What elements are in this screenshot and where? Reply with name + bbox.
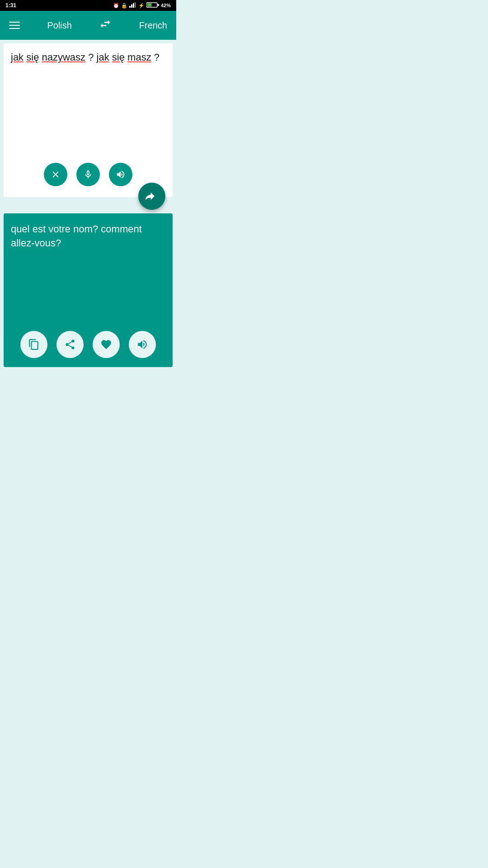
word-jak2: jak <box>97 52 109 63</box>
output-text: quel est votre nom? comment allez-vous? <box>11 222 165 320</box>
word-masz: masz <box>127 52 151 63</box>
word-jak1: jak <box>11 52 23 63</box>
svg-rect-5 <box>158 4 159 6</box>
share-button[interactable] <box>56 331 84 358</box>
app-header: Polish French <box>0 11 176 40</box>
speak-input-button[interactable] <box>109 163 132 186</box>
clear-button[interactable] <box>44 163 67 186</box>
target-language[interactable]: French <box>139 20 167 31</box>
main-content: jak się nazywasz ? jak się masz ? <box>0 43 176 367</box>
input-section: jak się nazywasz ? jak się masz ? <box>4 43 173 197</box>
favorite-button[interactable] <box>93 331 120 358</box>
alarm-icon: ⏰ <box>113 3 119 9</box>
input-text[interactable]: jak się nazywasz ? jak się masz ? <box>11 51 165 156</box>
translate-button[interactable] <box>138 183 165 210</box>
status-time: 1:31 <box>5 2 16 9</box>
svg-rect-3 <box>135 2 136 8</box>
word-sie2: się <box>112 52 125 63</box>
sim-icon: 🔒 <box>121 3 127 9</box>
svg-rect-0 <box>129 6 131 8</box>
battery-percent: 42% <box>161 3 171 8</box>
copy-button[interactable] <box>20 331 47 358</box>
svg-rect-2 <box>133 3 134 8</box>
charging-icon: ⚡ <box>138 3 145 9</box>
swap-languages-button[interactable] <box>99 18 112 33</box>
output-controls <box>11 327 165 358</box>
microphone-button[interactable] <box>76 163 100 186</box>
svg-rect-1 <box>131 5 132 8</box>
speak-output-button[interactable] <box>129 331 156 358</box>
battery-icon <box>146 2 159 9</box>
menu-button[interactable] <box>9 22 20 29</box>
source-language[interactable]: Polish <box>47 20 71 31</box>
signal-icon <box>129 2 136 9</box>
output-section: quel est votre nom? comment allez-vous? <box>4 213 173 367</box>
status-icons: ⏰ 🔒 ⚡ 42% <box>113 2 171 9</box>
word-nazywasz: nazywasz <box>42 52 86 63</box>
word-sie1: się <box>26 52 39 63</box>
status-bar: 1:31 ⏰ 🔒 ⚡ 42% <box>0 0 176 11</box>
svg-rect-6 <box>147 4 151 7</box>
